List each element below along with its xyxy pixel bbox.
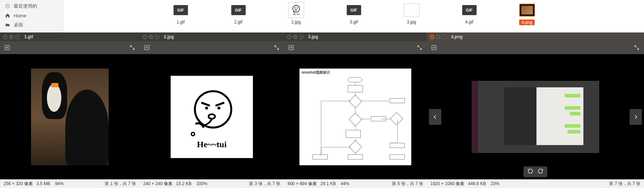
viewer-canvas[interactable] (427, 54, 644, 179)
viewer-toolbar (140, 41, 284, 54)
window-close-button[interactable] (430, 35, 434, 39)
status-position: 第 1 张，共 7 张 (105, 181, 136, 187)
image-caption: He~~tui (197, 140, 227, 149)
gif-badge-icon: GIF (462, 5, 477, 15)
window-minimize-button[interactable] (436, 35, 441, 39)
svg-rect-8 (156, 36, 158, 38)
window-titlebar[interactable]: 2.jpg (140, 32, 284, 41)
file-item[interactable]: GIF 4.gif (457, 2, 482, 25)
svg-rect-17 (443, 36, 446, 38)
file-item-selected[interactable]: 4.png (514, 2, 540, 25)
status-zoom: 23% (491, 181, 499, 186)
file-item[interactable]: GIF 3.gif (341, 2, 367, 25)
fullscreen-button[interactable] (129, 44, 136, 51)
file-label: 1.gif (176, 19, 185, 25)
svg-point-10 (195, 91, 231, 128)
rotate-left-button[interactable] (527, 168, 534, 176)
viewer-toolbar (427, 41, 644, 54)
svg-rect-6 (17, 36, 19, 38)
gif-badge-icon: GIF (231, 5, 246, 15)
window-close-button[interactable] (3, 35, 8, 39)
window-minimize-button[interactable] (149, 35, 153, 39)
file-grid: GIF 1.gif GIF 2.gif He~~tui 2.jpg GIF 3.… (63, 0, 644, 32)
window-maximize-button[interactable] (442, 35, 447, 39)
window-minimize-button[interactable] (9, 35, 14, 39)
image-content (31, 69, 109, 165)
window-maximize-button[interactable] (15, 35, 20, 39)
file-item[interactable]: He~~tui 2.jpg (284, 2, 309, 25)
folder-icon (5, 22, 10, 27)
sidebar-item-label: Home (14, 13, 26, 18)
window-maximize-button[interactable] (299, 35, 304, 39)
viewer-statusbar: 256 × 320 像素 3.5 MB 94% 第 1 张，共 7 张 (0, 179, 140, 188)
rotate-right-button[interactable] (537, 168, 544, 176)
status-filesize: 446.6 KB (468, 181, 486, 186)
file-label: 4.png (519, 19, 534, 25)
status-dimensions: 256 × 320 像素 (4, 181, 33, 186)
svg-point-4 (295, 10, 297, 11)
svg-point-12 (218, 106, 220, 109)
window-minimize-button[interactable] (293, 35, 298, 39)
window-title: 2.jpg (164, 34, 174, 39)
image-content (472, 81, 599, 153)
window-close-button[interactable] (287, 35, 292, 39)
thumbnail-image: He~~tui (288, 2, 304, 18)
viewer-statusbar: 800 × 694 像素 29.1 KB 44% 第 5 张，共 7 张 (284, 179, 427, 188)
prev-image-button[interactable] (429, 109, 441, 125)
file-label: 3.jpg (407, 19, 416, 25)
viewer-statusbar: 240 × 240 像素 15.2 KB 100% 第 3 张，共 7 张 (140, 179, 284, 188)
svg-point-1 (293, 5, 299, 12)
file-manager: 最近使用的 Home 桌面 GIF 1.gif GIF 2.gif He~~tu… (0, 0, 644, 32)
status-zoom: 94% (55, 181, 63, 186)
sidebar-item-label: 桌面 (14, 22, 23, 28)
file-item[interactable]: 3.jpg (399, 2, 424, 25)
fullscreen-button[interactable] (416, 44, 423, 51)
file-item[interactable]: GIF 2.gif (226, 2, 251, 25)
file-label: 2.jpg (291, 19, 301, 25)
fullscreen-button[interactable] (633, 44, 640, 51)
file-label: 3.gif (350, 19, 358, 25)
gif-badge-icon: GIF (174, 5, 188, 15)
image-content: He~~tui (171, 76, 253, 158)
window-titlebar[interactable]: 3.jpg (284, 32, 427, 41)
home-icon (5, 13, 10, 18)
window-title: 3.jpg (308, 34, 318, 39)
add-button[interactable] (288, 44, 295, 51)
file-item[interactable]: GIF 1.gif (168, 2, 193, 25)
svg-point-14 (191, 132, 194, 136)
svg-rect-15 (301, 36, 303, 38)
rotate-controls (523, 166, 547, 177)
window-titlebar[interactable]: 1.gif (0, 32, 140, 41)
add-button[interactable] (4, 44, 11, 51)
sidebar-item-home[interactable]: Home (0, 11, 63, 20)
viewer-windows-row: 1.gif 256 × 320 像素 3.5 MB 94% 第 1 张，共 7 … (0, 32, 644, 188)
sidebar-item-desktop[interactable]: 桌面 (0, 20, 63, 30)
sidebar-item-recent[interactable]: 最近使用的 (0, 1, 63, 11)
viewer-statusbar: 1920 × 1080 像素 446.6 KB 23% 第 7 张，共 7 张 (427, 179, 644, 188)
add-button[interactable] (143, 44, 150, 51)
image-viewer-window: 1.gif 256 × 320 像素 3.5 MB 94% 第 1 张，共 7 … (0, 32, 140, 188)
viewer-canvas[interactable]: oneshot流程设计 (284, 54, 427, 179)
file-label: 2.gif (234, 19, 242, 25)
svg-point-2 (294, 8, 295, 9)
svg-text:He~~tui: He~~tui (293, 13, 299, 15)
thumbnail-image (404, 3, 420, 17)
next-image-button[interactable] (630, 109, 642, 125)
image-viewer-window: 3.jpg oneshot流程设计 (284, 32, 427, 188)
fullscreen-button[interactable] (273, 44, 280, 51)
status-zoom: 100% (196, 181, 207, 186)
viewer-canvas[interactable]: He~~tui (140, 54, 284, 179)
file-label: 4.gif (465, 19, 473, 25)
status-filesize: 15.2 KB (176, 181, 192, 186)
sidebar-item-label: 最近使用的 (14, 3, 37, 9)
clock-icon (5, 4, 10, 9)
status-position: 第 3 张，共 7 张 (249, 181, 280, 187)
svg-point-3 (297, 8, 298, 9)
window-titlebar[interactable]: 4.png (427, 32, 644, 41)
viewer-canvas[interactable] (0, 54, 140, 179)
window-close-button[interactable] (143, 35, 147, 39)
viewer-toolbar (0, 41, 140, 54)
status-dimensions: 1920 × 1080 像素 (430, 181, 464, 186)
window-maximize-button[interactable] (155, 35, 159, 39)
add-button[interactable] (430, 44, 438, 51)
